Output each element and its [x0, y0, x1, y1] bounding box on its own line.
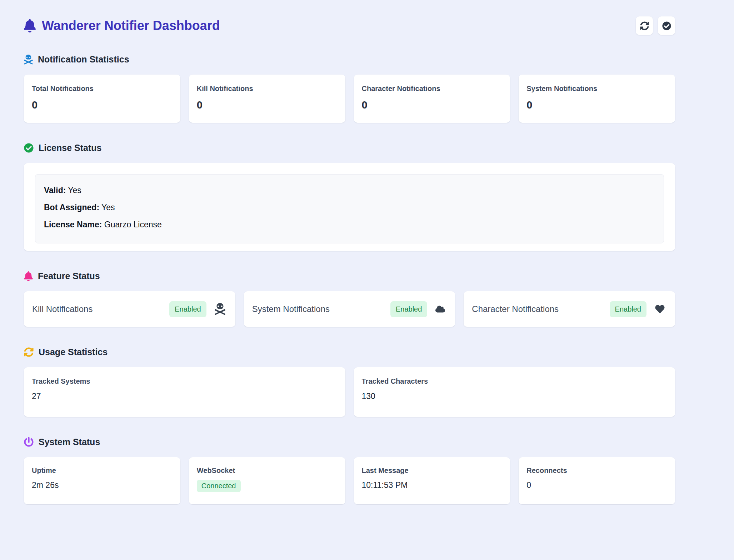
- sync-icon: [24, 347, 34, 357]
- license-field-label: Valid:: [44, 186, 66, 195]
- license-status-title: License Status: [24, 142, 675, 154]
- system-card-last-message: Last Message 10:11:53 PM: [354, 457, 510, 504]
- feature-label: Kill Notifications: [32, 304, 169, 314]
- stat-value: 0: [526, 98, 666, 112]
- notification-statistics-title: Notification Statistics: [24, 54, 675, 65]
- usage-value: 130: [362, 391, 667, 402]
- dashboard-page: Wanderer Notifier Dashboard Notification…: [0, 0, 675, 504]
- section-title-label: Notification Statistics: [38, 54, 129, 65]
- stat-value: 0: [32, 98, 172, 112]
- section-title-label: Usage Statistics: [39, 346, 108, 358]
- system-label: Reconnects: [526, 466, 666, 475]
- stat-label: Kill Notifications: [197, 84, 337, 94]
- stat-card-character-notifications: Character Notifications 0: [354, 75, 510, 123]
- license-field-label: Bot Assigned:: [44, 203, 99, 212]
- feature-label: System Notifications: [252, 304, 390, 314]
- cloud-icon: [435, 305, 445, 313]
- check-circle-icon: [24, 143, 34, 153]
- feature-status-badge: Enabled: [169, 301, 206, 317]
- usage-statistics-grid: Tracked Systems 27 Tracked Characters 13…: [24, 367, 675, 417]
- refresh-button[interactable]: [636, 16, 653, 35]
- usage-label: Tracked Characters: [362, 377, 667, 386]
- license-panel: Valid: Yes Bot Assigned: Yes License Nam…: [35, 174, 664, 243]
- usage-card-tracked-systems: Tracked Systems 27: [24, 367, 345, 417]
- system-value: 10:11:53 PM: [362, 480, 502, 491]
- license-card: Valid: Yes Bot Assigned: Yes License Nam…: [24, 163, 675, 251]
- check-circle-icon: [662, 21, 671, 30]
- feature-card-system-notifications: System Notifications Enabled: [244, 291, 455, 327]
- usage-label: Tracked Systems: [32, 377, 337, 386]
- system-status-title: System Status: [24, 436, 675, 448]
- stat-value: 0: [197, 98, 337, 112]
- license-bot-assigned-line: Bot Assigned: Yes: [44, 202, 655, 213]
- header-title: Wanderer Notifier Dashboard: [24, 16, 220, 35]
- license-field-value: Yes: [68, 186, 81, 195]
- feature-card-character-notifications: Character Notifications Enabled: [464, 291, 675, 327]
- bell-icon: [24, 271, 33, 281]
- skull-crossbones-icon: [24, 55, 33, 65]
- status-check-button[interactable]: [658, 16, 675, 35]
- section-usage-statistics: Usage Statistics Tracked Systems 27 Trac…: [24, 346, 675, 417]
- section-title-label: Feature Status: [38, 270, 100, 282]
- system-value: 2m 26s: [32, 480, 172, 491]
- stat-value: 0: [362, 98, 502, 112]
- section-notification-statistics: Notification Statistics Total Notificati…: [24, 54, 675, 123]
- license-field-label: License Name:: [44, 220, 102, 229]
- notification-stats-grid: Total Notifications 0 Kill Notifications…: [24, 75, 675, 123]
- stat-card-kill-notifications: Kill Notifications 0: [189, 75, 345, 123]
- system-label: Uptime: [32, 466, 172, 475]
- license-field-value: Yes: [101, 203, 115, 212]
- section-system-status: System Status Uptime 2m 26s WebSocket Co…: [24, 436, 675, 504]
- page-title: Wanderer Notifier Dashboard: [42, 16, 220, 35]
- license-valid-line: Valid: Yes: [44, 185, 655, 196]
- system-card-websocket: WebSocket Connected: [189, 457, 345, 504]
- heart-icon: [655, 304, 665, 314]
- bell-icon: [24, 19, 36, 32]
- stat-card-system-notifications: System Notifications 0: [519, 75, 675, 123]
- section-title-label: System Status: [39, 436, 100, 448]
- stat-label: Total Notifications: [32, 84, 172, 94]
- system-status-grid: Uptime 2m 26s WebSocket Connected Last M…: [24, 457, 675, 504]
- feature-status-badge: Enabled: [390, 301, 427, 317]
- section-feature-status: Feature Status Kill Notifications Enable…: [24, 270, 675, 327]
- websocket-status-badge: Connected: [197, 480, 241, 492]
- header: Wanderer Notifier Dashboard: [24, 16, 675, 35]
- system-value: 0: [526, 480, 666, 491]
- power-off-icon: [24, 437, 34, 447]
- feature-status-badge: Enabled: [610, 301, 646, 317]
- feature-card-kill-notifications: Kill Notifications Enabled: [24, 291, 235, 327]
- header-actions: [636, 16, 675, 35]
- section-license-status: License Status Valid: Yes Bot Assigned: …: [24, 142, 675, 251]
- system-card-uptime: Uptime 2m 26s: [24, 457, 180, 504]
- usage-value: 27: [32, 391, 337, 402]
- license-name-line: License Name: Guarzo License: [44, 219, 655, 230]
- license-field-value: Guarzo License: [104, 220, 162, 229]
- usage-card-tracked-characters: Tracked Characters 130: [354, 367, 675, 417]
- system-label: WebSocket: [197, 466, 337, 475]
- feature-status-title: Feature Status: [24, 270, 675, 282]
- sync-icon: [640, 21, 649, 30]
- section-title-label: License Status: [39, 142, 101, 154]
- system-card-reconnects: Reconnects 0: [519, 457, 675, 504]
- skull-crossbones-icon: [215, 303, 225, 315]
- usage-statistics-title: Usage Statistics: [24, 346, 675, 358]
- stat-card-total-notifications: Total Notifications 0: [24, 75, 180, 123]
- stat-label: System Notifications: [526, 84, 666, 94]
- feature-status-grid: Kill Notifications Enabled System Notifi…: [24, 291, 675, 327]
- system-label: Last Message: [362, 466, 502, 475]
- feature-label: Character Notifications: [472, 304, 609, 314]
- stat-label: Character Notifications: [362, 84, 502, 94]
